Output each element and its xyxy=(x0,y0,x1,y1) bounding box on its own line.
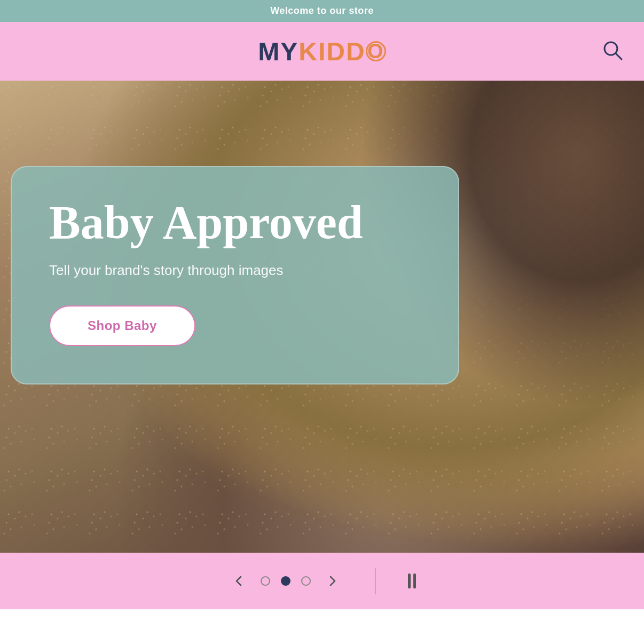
hero-card: Baby Approved Tell your brand's story th… xyxy=(11,166,459,384)
pause-line-2 xyxy=(413,574,416,588)
carousel-dot-2[interactable] xyxy=(281,576,290,586)
announcement-text: Welcome to our store xyxy=(270,5,374,16)
pause-line-1 xyxy=(408,574,411,588)
announcement-bar: Welcome to our store xyxy=(0,0,644,22)
shop-baby-button[interactable]: Shop Baby xyxy=(49,305,195,346)
hero-title: Baby Approved xyxy=(49,199,421,246)
carousel-dot-1[interactable] xyxy=(261,576,270,586)
svg-line-1 xyxy=(616,53,622,59)
logo-kiddo: KIDD xyxy=(299,37,365,66)
logo-my: MY xyxy=(258,37,299,66)
pause-divider xyxy=(375,568,376,594)
carousel-prev-button[interactable] xyxy=(229,570,250,592)
search-icon[interactable] xyxy=(602,40,623,62)
hero-section: Baby Approved Tell your brand's story th… xyxy=(0,81,644,609)
header: MY KIDD O xyxy=(0,22,644,81)
carousel-controls-bar xyxy=(0,553,644,609)
carousel-controls xyxy=(229,570,343,592)
logo-o: O xyxy=(366,41,386,61)
logo[interactable]: MY KIDD O xyxy=(258,37,386,66)
pause-icon xyxy=(408,574,416,588)
pause-button[interactable] xyxy=(408,574,416,588)
carousel-next-button[interactable] xyxy=(321,570,343,592)
carousel-dot-3[interactable] xyxy=(301,576,311,586)
hero-subtitle: Tell your brand's story through images xyxy=(49,262,421,279)
